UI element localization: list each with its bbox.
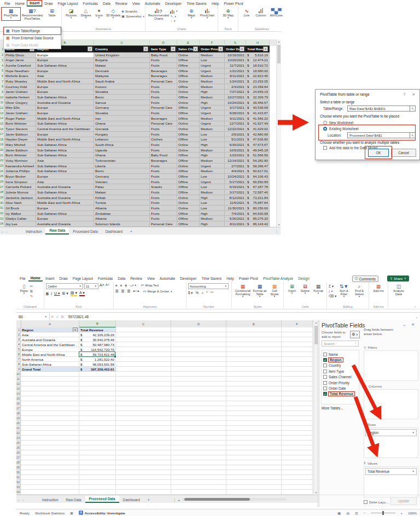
- row-header[interactable]: 3: [0, 58, 4, 63]
- cell[interactable]: Fruits: [150, 179, 177, 185]
- row-header[interactable]: 17: [0, 132, 4, 137]
- empty-cell[interactable]: [21, 436, 79, 441]
- cell[interactable]: 5/17/2021: [225, 179, 246, 185]
- ok-button[interactable]: OK: [368, 149, 389, 157]
- cell[interactable]: Aurelia Crawford: [4, 63, 36, 68]
- empty-cell[interactable]: [21, 372, 79, 377]
- cell[interactable]: Medium: [200, 190, 225, 195]
- menu-tab-home[interactable]: Home: [28, 275, 43, 282]
- search-input[interactable]: Search ⌕: [322, 341, 359, 347]
- cell[interactable]: Fruits: [150, 95, 177, 100]
- field-item-region[interactable]: ✓Region: [322, 357, 359, 362]
- row-header[interactable]: 26: [16, 450, 21, 455]
- filter-icon[interactable]: ▾: [218, 46, 223, 51]
- cell[interactable]: $42,880.68: [246, 132, 270, 137]
- cell[interactable]: Iran: [94, 116, 150, 121]
- empty-cell[interactable]: [226, 391, 282, 396]
- empty-cell[interactable]: [282, 460, 313, 465]
- cell[interactable]: Offline: [177, 179, 200, 185]
- cell[interactable]: Personal Care: [150, 79, 177, 84]
- cell[interactable]: [282, 352, 313, 357]
- cell[interactable]: Hayden Dwyer: [4, 137, 36, 143]
- italic-button[interactable]: I: [51, 292, 52, 296]
- location-picker-icon[interactable]: ↖: [410, 132, 416, 138]
- cell[interactable]: Germany: [94, 105, 150, 111]
- cell[interactable]: [116, 347, 171, 352]
- cell[interactable]: $50,487,980.73: [79, 342, 116, 347]
- cell[interactable]: 12/14/2021: [225, 158, 246, 163]
- empty-cell[interactable]: [21, 391, 79, 396]
- cell[interactable]: Online: [177, 200, 200, 206]
- column-header-D[interactable]: D: [171, 320, 226, 327]
- cell[interactable]: Julianna Phillips: [4, 168, 36, 174]
- field-checkbox[interactable]: [323, 386, 327, 390]
- cell[interactable]: [171, 332, 226, 337]
- enter-icon[interactable]: ✓: [55, 315, 60, 319]
- cell[interactable]: $47,536.80: [246, 137, 270, 143]
- cell[interactable]: Sub-Saharan Africa: [36, 190, 94, 195]
- empty-cell[interactable]: [116, 406, 171, 411]
- cell[interactable]: Michelle Evans: [4, 74, 36, 79]
- cell[interactable]: $397,358,452.61: [79, 367, 116, 372]
- column-header-E[interactable]: E: [177, 39, 200, 46]
- cell[interactable]: $60,617.01: [246, 168, 270, 174]
- macro-record-icon[interactable]: ▣: [70, 511, 73, 515]
- cell[interactable]: 5/11/2021: [225, 116, 246, 121]
- cell[interactable]: Grenada: [94, 126, 150, 132]
- screenshot-button[interactable]: ▣Screenshot▼: [121, 14, 143, 19]
- 3d-map-button[interactable]: ⊕ 3D Map▼: [220, 8, 236, 20]
- table-button[interactable]: ⊞ Table: [44, 8, 60, 17]
- shapes-button[interactable]: △ Shapes▼: [79, 8, 93, 20]
- pivotchart-button[interactable]: PivotChart▼: [199, 8, 216, 20]
- cell[interactable]: Albania: [94, 216, 150, 221]
- cell[interactable]: High: [200, 221, 225, 227]
- empty-cell[interactable]: [282, 401, 313, 406]
- new-sheet-button[interactable]: +: [144, 497, 154, 503]
- cell[interactable]: $18,980.00: [246, 68, 270, 74]
- cell[interactable]: $22,823.45: [246, 74, 270, 79]
- empty-cell[interactable]: [21, 421, 79, 426]
- cell[interactable]: Ghana: [94, 153, 150, 158]
- cell[interactable]: Tunisia: [94, 200, 150, 206]
- row-header[interactable]: 14: [16, 391, 21, 396]
- empty-cell[interactable]: [116, 372, 171, 377]
- cell[interactable]: [116, 337, 171, 342]
- cell[interactable]: [282, 362, 313, 367]
- orientation-button[interactable]: ⤻ ▾: [130, 283, 136, 288]
- empty-cell[interactable]: [171, 490, 226, 495]
- cell[interactable]: Offline: [177, 116, 200, 121]
- cell[interactable]: [282, 347, 313, 352]
- row-header[interactable]: 6: [16, 352, 21, 357]
- area-box-columns[interactable]: [364, 389, 418, 419]
- empty-cell[interactable]: [21, 386, 79, 391]
- row-header[interactable]: 10: [16, 372, 21, 377]
- borders-button[interactable]: ⊞ ▾: [62, 291, 68, 296]
- empty-cell[interactable]: [282, 441, 313, 445]
- cell[interactable]: Online: [177, 195, 200, 201]
- merge-center-button[interactable]: ▭Merge & Center▼: [143, 289, 172, 294]
- empty-cell[interactable]: [226, 401, 282, 406]
- filter-icon[interactable]: ▾: [240, 46, 244, 51]
- line-sparkline-button[interactable]: ∿ Line: [240, 8, 253, 17]
- cell[interactable]: [226, 367, 282, 372]
- cell[interactable]: 10/24/2021: [225, 100, 246, 105]
- cell[interactable]: Europe: [36, 110, 94, 116]
- header-cell[interactable]: Country▾: [94, 46, 150, 52]
- area-box-rows[interactable]: Region▼: [364, 427, 418, 458]
- empty-cell[interactable]: [79, 426, 116, 431]
- column-header-A[interactable]: A: [21, 320, 79, 327]
- line-chart-button[interactable]: ∿▼: [170, 14, 184, 19]
- empty-cell[interactable]: [21, 416, 79, 421]
- cell[interactable]: Online: [177, 90, 200, 95]
- cell[interactable]: [226, 332, 282, 337]
- page-layout-view-icon[interactable]: ▤: [346, 511, 349, 515]
- cell[interactable]: 2/7/2021: [225, 163, 246, 169]
- cell[interactable]: $23,293.05: [246, 79, 270, 84]
- cell[interactable]: $41,566.20: [246, 116, 270, 121]
- cell[interactable]: Australia and Oceania: [21, 337, 79, 342]
- cell[interactable]: [226, 342, 282, 347]
- cell[interactable]: Tyson Stevens: [4, 126, 36, 132]
- cell-styles-button[interactable]: ▦ Cell Styles▼: [267, 283, 282, 299]
- cell[interactable]: Europe: [36, 206, 94, 211]
- location-input[interactable]: 'Processed Data'!$A$1: [347, 132, 412, 138]
